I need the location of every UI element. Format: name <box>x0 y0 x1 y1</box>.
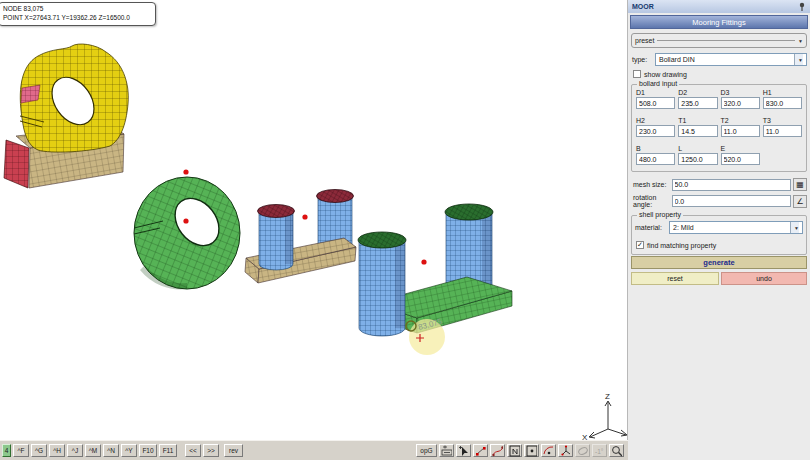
undo-button[interactable]: undo <box>721 272 807 285</box>
field-label-t2: T2 <box>721 117 760 124</box>
field-input-h2[interactable] <box>636 125 675 137</box>
generate-button[interactable]: generate <box>631 256 807 269</box>
field-label-d3: D3 <box>721 89 760 96</box>
viewport-column: 83,075 Z X Y NODE 83,075 POINT X=276 <box>0 0 628 460</box>
field-input-b[interactable] <box>636 153 675 165</box>
mesh-grid-icon[interactable]: ▦ <box>793 178 807 191</box>
opg-button[interactable]: opG <box>416 444 437 457</box>
panel-header-label: Mooring Fittings <box>692 18 745 27</box>
chevron-down-icon[interactable]: ▼ <box>790 222 799 233</box>
node-info-line1: NODE 83,075 <box>3 4 152 13</box>
arc-center-icon[interactable] <box>541 444 556 457</box>
shortcut-n-button[interactable]: ^N <box>103 444 119 457</box>
shortcut-g-button[interactable]: ^G <box>31 444 47 457</box>
moor-panel: MOOR Mooring Fittings preset ▼ type: Bol… <box>628 0 810 460</box>
field-label-b: B <box>636 145 675 152</box>
model-bollard-tan <box>245 190 356 284</box>
model-bollard-green <box>358 204 512 336</box>
axis-z-label: Z <box>605 392 610 401</box>
field-label-d2: D2 <box>678 89 717 96</box>
axis-x-label: X <box>582 433 588 440</box>
prev-button[interactable]: << <box>185 444 201 457</box>
svg-text:-1°: -1° <box>595 448 604 455</box>
shell-property-group: shell property material: 2: Mild ▼ ✓ fin… <box>631 215 807 255</box>
curve-pick-icon[interactable] <box>490 444 505 457</box>
field-input-d1[interactable] <box>636 97 675 109</box>
preset-label: preset <box>635 37 654 44</box>
material-label: material: <box>635 224 669 231</box>
rev-button[interactable]: rev <box>224 444 243 457</box>
shortcut-h-button[interactable]: ^H <box>49 444 65 457</box>
fkey-f4-button[interactable]: 4 <box>2 444 11 457</box>
node-pick-icon[interactable] <box>473 444 488 457</box>
chevron-down-icon[interactable]: ▼ <box>794 54 803 65</box>
material-select[interactable]: 2: Mild ▼ <box>669 221 803 234</box>
field-label-t1: T1 <box>678 117 717 124</box>
field-input-d2[interactable] <box>678 97 717 109</box>
field-label-h1: H1 <box>763 89 802 96</box>
field-label-t3: T3 <box>763 117 802 124</box>
mesh-size-label: mesh size: <box>633 181 672 188</box>
mesh-size-input[interactable] <box>672 179 792 191</box>
bollard-group-label: bollard input <box>637 80 679 87</box>
find-matching-label: find matching property <box>647 242 716 249</box>
field-label-e: E <box>721 145 760 152</box>
rotation-angle-input[interactable] <box>672 195 792 207</box>
type-value: Bollard DIN <box>659 56 695 63</box>
bottom-toolbar: 4 ^F ^G ^H ^J ^M ^N ^Y F10 F11 << >> rev… <box>0 440 628 460</box>
field-label-h2: H2 <box>636 117 675 124</box>
shortcut-m-button[interactable]: ^M <box>85 444 101 457</box>
field-input-t1[interactable] <box>678 125 717 137</box>
field-input-l[interactable] <box>678 153 717 165</box>
axis-triad: Z X Y <box>582 392 628 440</box>
center-point-icon[interactable] <box>524 444 539 457</box>
marquee-n-icon[interactable] <box>507 444 522 457</box>
field-input-t2[interactable] <box>721 125 760 137</box>
shortcut-y-button[interactable]: ^Y <box>121 444 137 457</box>
shortcut-f-button[interactable]: ^F <box>13 444 29 457</box>
pick-add-icon[interactable] <box>456 444 471 457</box>
ellipse-icon <box>575 444 590 457</box>
panel-titlebar[interactable]: MOOR <box>628 0 810 13</box>
chevron-down-icon: ▼ <box>798 38 803 44</box>
minus-one-deg-icon: -1° <box>592 444 607 457</box>
next-button[interactable]: >> <box>203 444 219 457</box>
show-drawing-checkbox[interactable] <box>633 70 641 78</box>
fkey-f10-button[interactable]: F10 <box>139 444 157 457</box>
reset-button[interactable]: reset <box>631 272 719 285</box>
preset-divider <box>657 40 795 41</box>
panel-header: Mooring Fittings <box>630 15 808 29</box>
field-input-h1[interactable] <box>763 97 802 109</box>
field-label-l: L <box>678 145 717 152</box>
material-value: 2: Mild <box>673 224 694 231</box>
field-input-e[interactable] <box>721 153 760 165</box>
node-info-line2: POINT X=27643.71 Y=19362.26 Z=16500.0 <box>3 13 152 22</box>
field-input-t3[interactable] <box>763 125 802 137</box>
panel-title: MOOR <box>632 3 654 10</box>
shell-group-label: shell property <box>637 211 683 218</box>
zoom-icon[interactable] <box>609 444 624 457</box>
trihedron-icon[interactable] <box>558 444 573 457</box>
application-window: 83,075 Z X Y NODE 83,075 POINT X=276 <box>0 0 810 460</box>
preset-dropdown[interactable]: preset ▼ <box>631 33 807 48</box>
angle-icon[interactable]: ∠ <box>793 195 807 208</box>
bollard-input-group: bollard input D1 D2 D3 H1 H2 T1 T2 T <box>631 84 807 172</box>
pin-icon[interactable] <box>798 2 806 12</box>
mesh-scene: 83,075 Z X Y <box>0 0 628 440</box>
fkey-f11-button[interactable]: F11 <box>159 444 177 457</box>
type-select[interactable]: Bollard DIN ▼ <box>655 53 807 66</box>
show-drawing-label: show drawing <box>644 71 687 78</box>
find-matching-checkbox[interactable]: ✓ <box>636 241 644 249</box>
model-yellow-chock <box>4 44 128 188</box>
model-green-ring <box>134 177 240 289</box>
type-label: type: <box>632 56 655 63</box>
key-in-icon[interactable] <box>439 444 454 457</box>
model-viewport[interactable]: 83,075 Z X Y NODE 83,075 POINT X=276 <box>0 0 628 440</box>
node-info-tooltip: NODE 83,075 POINT X=27643.71 Y=19362.26 … <box>0 2 156 26</box>
shortcut-j-button[interactable]: ^J <box>67 444 83 457</box>
rotation-angle-label: rotation angle: <box>633 194 672 208</box>
field-input-d3[interactable] <box>721 97 760 109</box>
field-label-d1: D1 <box>636 89 675 96</box>
